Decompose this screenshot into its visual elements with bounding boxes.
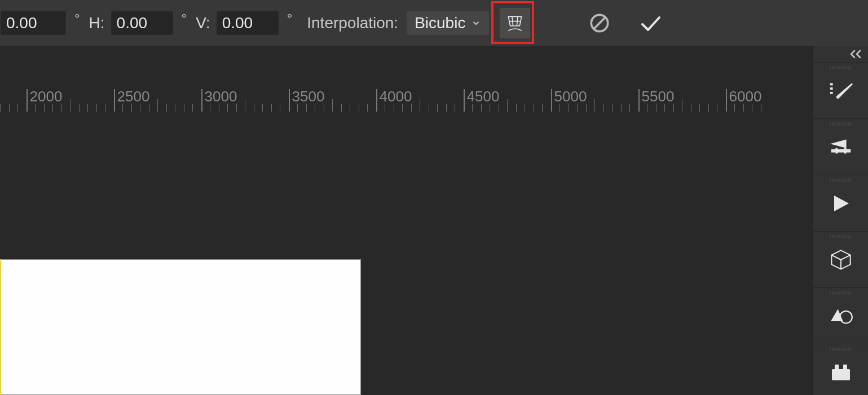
ruler-label: 5000 [554, 88, 587, 105]
svg-rect-8 [831, 149, 851, 152]
ruler-tick [105, 104, 105, 112]
ruler-label: 4000 [380, 88, 412, 105]
ruler-tick [499, 104, 499, 112]
rotation-angle-input[interactable] [0, 11, 67, 35]
ruler-tick [507, 99, 508, 112]
ruler-label: 4500 [467, 88, 500, 105]
ruler-tick [166, 104, 167, 112]
ruler-tick: 6000 [726, 89, 727, 112]
3d-panel-button[interactable] [813, 231, 868, 287]
ruler-tick [525, 104, 525, 112]
svg-point-15 [840, 311, 852, 323]
ruler-tick [402, 104, 403, 112]
ruler-tick: 5000 [551, 89, 552, 112]
ruler-tick [577, 104, 578, 112]
cancel-transform-button[interactable] [584, 8, 615, 38]
ruler-tick [122, 104, 123, 112]
ruler-tick [9, 104, 10, 112]
plugins-panel-button[interactable] [813, 344, 868, 395]
ruler-tick [341, 104, 342, 112]
ruler-tick [324, 104, 324, 112]
transform-options-bar: ° H: ° V: ° Interpolation: Bicubic [0, 0, 868, 46]
ruler-tick: 3000 [201, 89, 202, 112]
ruler-tick [262, 104, 263, 112]
ruler-tick [586, 104, 587, 112]
commit-transform-button[interactable] [635, 8, 666, 38]
ruler-tick [385, 104, 385, 112]
chevron-down-icon [471, 18, 481, 28]
ruler-tick [96, 104, 97, 112]
ruler-tick [446, 104, 447, 112]
actions-panel-button[interactable] [813, 175, 868, 231]
ruler-tick [699, 104, 700, 112]
ruler-tick [184, 104, 184, 112]
ruler-label: 2000 [30, 88, 63, 105]
ruler-tick [236, 104, 237, 112]
brushes-panel-button[interactable] [813, 62, 868, 118]
ruler-tick [472, 104, 473, 112]
svg-rect-6 [830, 87, 832, 90]
brush-settings-panel-button[interactable] [813, 118, 868, 175]
panel-grip [830, 122, 852, 126]
ruler-tick [44, 104, 45, 112]
ruler-tick [35, 104, 36, 112]
ruler-tick [429, 104, 429, 112]
ruler-tick [297, 104, 298, 112]
ruler-tick [534, 104, 534, 112]
ruler-tick [761, 104, 761, 112]
ruler-tick [280, 104, 280, 112]
degree-label-v: ° [287, 11, 293, 26]
ruler-tick [70, 99, 71, 112]
ruler-tick [87, 104, 88, 112]
panel-grip [830, 66, 852, 69]
ruler-tick [227, 104, 228, 112]
canvas-area[interactable]: 200025003000350040004500500055006000 [0, 46, 813, 395]
warp-icon [504, 12, 526, 34]
ruler-label: 3500 [292, 88, 325, 105]
ruler-tick [594, 99, 595, 112]
document-canvas[interactable] [0, 259, 361, 395]
interpolation-dropdown[interactable]: Bicubic [406, 11, 490, 35]
ruler-tick [332, 99, 333, 112]
ruler-tick [437, 104, 438, 112]
skew-v-input[interactable] [216, 11, 279, 35]
ruler-label: 6000 [729, 88, 762, 105]
ruler-tick [481, 104, 482, 112]
ruler-tick [603, 104, 604, 112]
ruler-tick [612, 104, 613, 112]
ruler-tick: 2000 [27, 89, 28, 112]
svg-rect-7 [830, 91, 832, 94]
ruler-tick [271, 104, 272, 112]
ruler-tick [79, 104, 80, 112]
panel-grip [830, 179, 852, 182]
skew-h-input[interactable] [111, 11, 174, 35]
ruler-tick [157, 99, 158, 112]
svg-rect-17 [835, 365, 839, 369]
ruler-tick [61, 104, 62, 112]
ruler-tick [717, 104, 717, 112]
ruler-tick: 4500 [464, 89, 465, 112]
brushes-panel-icon [828, 79, 854, 102]
svg-rect-18 [843, 365, 847, 369]
cancel-icon [587, 11, 612, 35]
ruler-tick [559, 104, 560, 112]
ruler-tick: 3500 [289, 89, 290, 112]
ruler-tick [455, 104, 455, 112]
warp-mode-button[interactable] [500, 8, 530, 38]
ruler-tick [621, 104, 622, 112]
ruler-tick [210, 104, 210, 112]
skew-h-label: H: [89, 14, 105, 32]
history-panel-button[interactable] [813, 287, 868, 344]
collapse-panels-icon[interactable] [849, 50, 862, 59]
ruler-tick [219, 104, 219, 112]
ruler-tick [647, 104, 647, 112]
ruler-tick [490, 104, 490, 112]
horizontal-ruler[interactable]: 200025003000350040004500500055006000 [0, 86, 782, 119]
ruler-label: 5500 [642, 88, 675, 105]
interpolation-value: Bicubic [415, 14, 465, 32]
ruler-label: 3000 [205, 88, 237, 105]
ruler-tick [17, 104, 18, 112]
panel-grip [830, 235, 852, 238]
ruler-tick [350, 104, 350, 112]
svg-line-4 [594, 17, 605, 29]
